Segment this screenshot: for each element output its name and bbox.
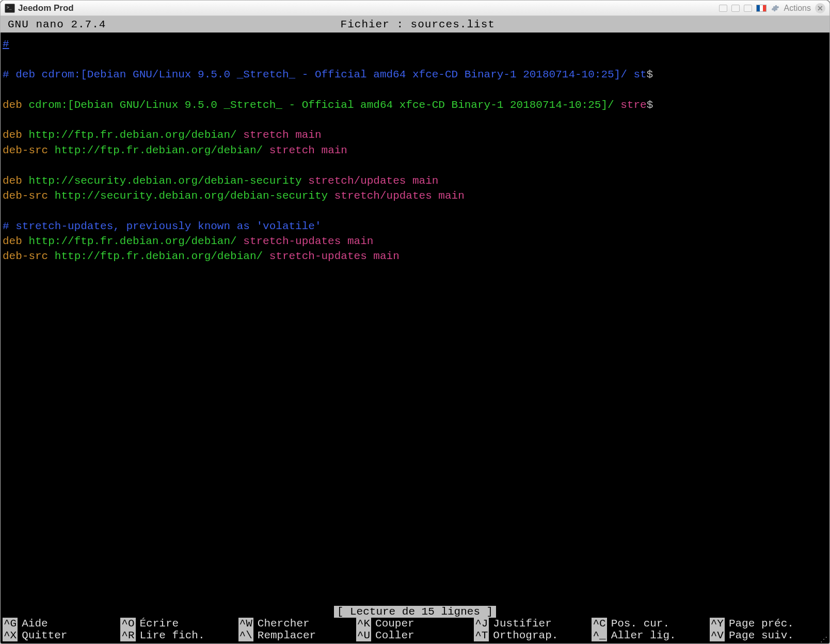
shortcut-label: Pos. cur. <box>611 618 669 630</box>
actions-menu[interactable]: Actions <box>784 4 811 13</box>
shortcut-label: Chercher <box>258 618 310 630</box>
shortcut-item: ^TOrthograp. <box>474 630 592 641</box>
nano-footer: [ Lecture de 15 lignes ] ^GAide^OÉcrire^… <box>1 606 829 643</box>
shortcut-key: ^\ <box>238 630 253 641</box>
shortcut-item: ^CPos. cur. <box>592 618 709 630</box>
window-button-2[interactable] <box>731 5 740 12</box>
editor-line: deb http://ftp.fr.debian.org/debian/ str… <box>3 127 827 142</box>
shortcut-label: Lire fich. <box>140 630 205 641</box>
shortcut-item: ^_Aller lig. <box>592 630 709 641</box>
window-button-3[interactable] <box>744 5 752 12</box>
shortcut-label: Remplacer <box>258 630 316 641</box>
shortcut-label: Coller <box>375 630 414 641</box>
editor-line <box>3 112 827 127</box>
shortcut-key: ^K <box>356 618 371 630</box>
shortcut-item: ^VPage suiv. <box>710 630 827 641</box>
app-window: Jeedom Prod Actions ✕ GNU nano 2.7.4 Fic… <box>0 0 830 644</box>
editor-line: # deb cdrom:[Debian GNU/Linux 9.5.0 _Str… <box>3 67 827 82</box>
shortcut-key: ^T <box>474 630 489 641</box>
shortcut-key: ^J <box>474 618 489 630</box>
shortcut-key: ^R <box>120 630 135 641</box>
shortcut-key: ^O <box>120 618 135 630</box>
window-button-1[interactable] <box>719 5 727 12</box>
gear-icon[interactable] <box>771 4 780 13</box>
editor-line <box>3 82 827 97</box>
editor-line: deb-src http://security.debian.org/debia… <box>3 188 827 203</box>
editor-line: deb-src http://ftp.fr.debian.org/debian/… <box>3 249 827 264</box>
shortcut-bar: ^GAide^OÉcrire^WChercher^KCouper^JJustif… <box>1 618 829 643</box>
editor-line: # stretch-updates, previously known as '… <box>3 219 827 234</box>
shortcut-key: ^X <box>3 630 18 641</box>
shortcut-label: Quitter <box>22 630 67 641</box>
nano-titlebar: GNU nano 2.7.4 Fichier : sources.list <box>1 16 829 33</box>
titlebar: Jeedom Prod Actions ✕ <box>1 1 829 16</box>
shortcut-item: ^YPage préc. <box>710 618 827 630</box>
shortcut-key: ^Y <box>710 618 725 630</box>
shortcut-label: Aide <box>22 618 47 630</box>
shortcut-label: Orthograp. <box>493 630 558 641</box>
shortcut-key: ^_ <box>592 630 606 641</box>
shortcut-item: ^KCouper <box>356 618 474 630</box>
editor-line <box>3 52 827 67</box>
shortcut-row: ^GAide^OÉcrire^WChercher^KCouper^JJustif… <box>3 618 827 630</box>
editor-line: # <box>3 37 827 52</box>
close-button[interactable]: ✕ <box>815 3 825 13</box>
flag-fr-icon <box>756 5 767 12</box>
shortcut-item: ^WChercher <box>238 618 356 630</box>
editor-line <box>3 158 827 173</box>
shortcut-key: ^W <box>238 618 253 630</box>
status-message: [ Lecture de 15 lignes ] <box>1 606 829 618</box>
editor-area[interactable]: # # deb cdrom:[Debian GNU/Linux 9.5.0 _S… <box>1 33 829 606</box>
resize-grip-icon[interactable]: ⋰ <box>820 635 827 642</box>
shortcut-key: ^G <box>3 618 18 630</box>
terminal-app-icon <box>5 4 15 13</box>
shortcut-row: ^XQuitter^RLire fich.^\Remplacer^UColler… <box>3 630 827 641</box>
shortcut-key: ^C <box>592 618 606 630</box>
editor-line: deb http://security.debian.org/debian-se… <box>3 173 827 188</box>
shortcut-label: Écrire <box>140 618 179 630</box>
shortcut-key: ^V <box>710 630 725 641</box>
shortcut-label: Page suiv. <box>729 630 794 641</box>
shortcut-label: Aller lig. <box>611 630 676 641</box>
nano-filename: Fichier : sources.list <box>13 19 822 30</box>
editor-line: deb cdrom:[Debian GNU/Linux 9.5.0 _Stret… <box>3 98 827 112</box>
editor-line <box>3 203 827 218</box>
shortcut-label: Justifier <box>493 618 551 630</box>
editor-line: deb http://ftp.fr.debian.org/debian/ str… <box>3 234 827 249</box>
shortcut-item: ^JJustifier <box>474 618 592 630</box>
shortcut-item: ^UColler <box>356 630 474 641</box>
titlebar-controls: Actions ✕ <box>719 3 825 13</box>
shortcut-label: Couper <box>375 618 414 630</box>
shortcut-item: ^\Remplacer <box>238 630 356 641</box>
window-title: Jeedom Prod <box>18 3 74 13</box>
shortcut-key: ^U <box>356 630 371 641</box>
shortcut-item: ^RLire fich. <box>120 630 238 641</box>
shortcut-label: Page préc. <box>729 618 794 630</box>
shortcut-item: ^XQuitter <box>3 630 120 641</box>
shortcut-item: ^OÉcrire <box>120 618 238 630</box>
editor-line: deb-src http://ftp.fr.debian.org/debian/… <box>3 143 827 158</box>
shortcut-item: ^GAide <box>3 618 120 630</box>
